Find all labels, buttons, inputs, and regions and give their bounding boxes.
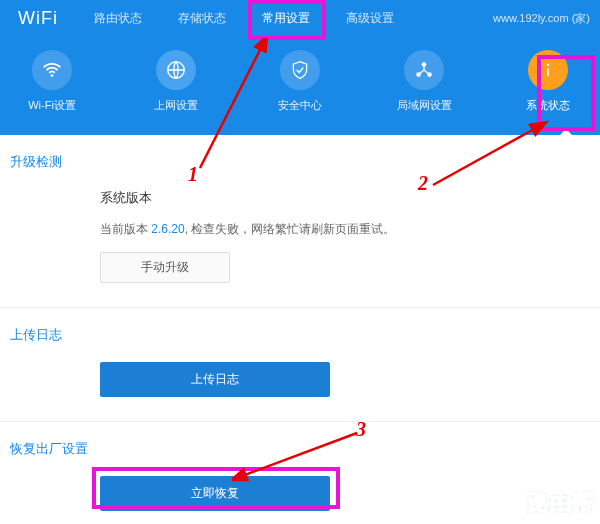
annotation-number-1: 1 — [188, 163, 198, 186]
annotation-number-3: 3 — [356, 418, 366, 441]
section-title: 上传日志 — [10, 326, 590, 344]
watermark: 路由帮 — [528, 488, 594, 518]
icon-label: 局域网设置 — [397, 98, 452, 113]
icon-label: Wi-Fi设置 — [28, 98, 76, 113]
active-pointer — [560, 129, 572, 135]
section-title: 升级检测 — [10, 153, 590, 171]
annotation-number-2: 2 — [418, 172, 428, 195]
svg-point-2 — [422, 62, 427, 67]
svg-rect-6 — [547, 68, 549, 76]
factory-reset-button[interactable]: 立即恢复 — [100, 476, 330, 511]
nav-common-settings[interactable]: 常用设置 — [244, 2, 328, 35]
system-version-line: 当前版本 2.6.20, 检查失败，网络繁忙请刷新页面重试。 — [100, 221, 590, 238]
icon-lan-settings[interactable]: 局域网设置 — [384, 50, 464, 113]
nav-router-status[interactable]: 路由状态 — [76, 2, 160, 35]
icon-internet-settings[interactable]: 上网设置 — [136, 50, 216, 113]
icon-row: Wi-Fi设置 上网设置 安全中心 局域网设置 系统状态 — [0, 36, 600, 113]
content: 升级检测 系统版本 当前版本 2.6.20, 检查失败，网络繁忙请刷新页面重试。… — [0, 135, 600, 524]
section-factory-reset: 恢复出厂设置 立即恢复 — [0, 422, 600, 524]
icon-label: 安全中心 — [278, 98, 322, 113]
section-upload-log: 上传日志 上传日志 — [0, 308, 600, 422]
version-number: 2.6.20 — [151, 222, 184, 236]
version-prefix: 当前版本 — [100, 222, 151, 236]
manual-upgrade-button[interactable]: 手动升级 — [100, 252, 230, 283]
svg-point-5 — [547, 64, 550, 67]
network-icon — [404, 50, 444, 90]
section-upgrade: 升级检测 系统版本 当前版本 2.6.20, 检查失败，网络繁忙请刷新页面重试。… — [0, 135, 600, 308]
topbar: WiFi 路由状态 存储状态 常用设置 高级设置 www.192ly.com (… — [0, 0, 600, 36]
icon-label: 上网设置 — [154, 98, 198, 113]
header: WiFi 路由状态 存储状态 常用设置 高级设置 www.192ly.com (… — [0, 0, 600, 135]
system-version-title: 系统版本 — [100, 189, 590, 207]
wifi-icon — [32, 50, 72, 90]
section-title: 恢复出厂设置 — [10, 440, 590, 458]
info-icon — [528, 50, 568, 90]
topnav: 路由状态 存储状态 常用设置 高级设置 — [76, 2, 412, 35]
site-info: www.192ly.com (家) — [493, 11, 590, 26]
version-suffix: , 检查失败，网络繁忙请刷新页面重试。 — [185, 222, 396, 236]
globe-icon — [156, 50, 196, 90]
nav-advanced-settings[interactable]: 高级设置 — [328, 2, 412, 35]
nav-storage-status[interactable]: 存储状态 — [160, 2, 244, 35]
svg-point-0 — [51, 74, 54, 77]
icon-wifi-settings[interactable]: Wi-Fi设置 — [12, 50, 92, 113]
icon-label: 系统状态 — [526, 98, 570, 113]
logo: WiFi — [18, 8, 58, 29]
icon-system-status[interactable]: 系统状态 — [508, 50, 588, 113]
shield-icon — [280, 50, 320, 90]
upload-log-button[interactable]: 上传日志 — [100, 362, 330, 397]
icon-security-center[interactable]: 安全中心 — [260, 50, 340, 113]
